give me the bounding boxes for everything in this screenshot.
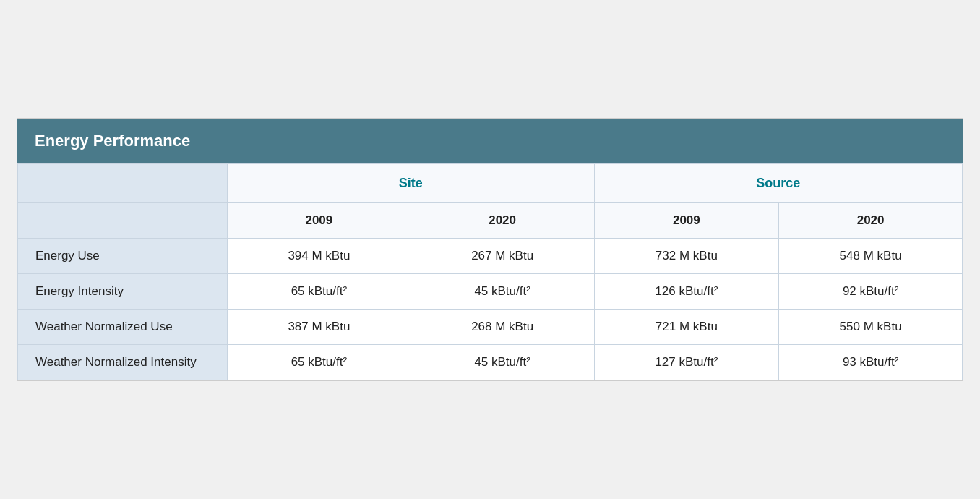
table-title: Energy Performance <box>35 132 190 150</box>
empty-year-corner <box>18 203 228 239</box>
row-1-cell-1: 45 kBtu/ft² <box>411 274 594 310</box>
row-2-cell-2: 721 M kBtu <box>594 310 779 345</box>
row-3-cell-0: 65 kBtu/ft² <box>228 345 411 380</box>
row-2-cell-1: 268 M kBtu <box>411 310 594 345</box>
source-group-header: Source <box>594 164 963 203</box>
source-year1-header: 2009 <box>594 203 779 239</box>
energy-performance-table: Energy Performance Site Source 2009 2020… <box>17 118 963 381</box>
row-0-cell-2: 732 M kBtu <box>594 239 779 274</box>
row-label-1: Energy Intensity <box>18 274 228 310</box>
row-0-cell-1: 267 M kBtu <box>411 239 594 274</box>
row-1-cell-3: 92 kBtu/ft² <box>779 274 963 310</box>
data-table: Site Source 2009 2020 2009 2020 Energy U… <box>17 163 963 380</box>
row-1-cell-0: 65 kBtu/ft² <box>228 274 411 310</box>
site-year2-header: 2020 <box>411 203 594 239</box>
row-label-0: Energy Use <box>18 239 228 274</box>
row-label-3: Weather Normalized Intensity <box>18 345 228 380</box>
row-2-cell-3: 550 M kBtu <box>779 310 963 345</box>
source-year2-header: 2020 <box>779 203 963 239</box>
row-1-cell-2: 126 kBtu/ft² <box>594 274 779 310</box>
site-year1-header: 2009 <box>228 203 411 239</box>
row-0-cell-0: 394 M kBtu <box>228 239 411 274</box>
row-0-cell-3: 548 M kBtu <box>779 239 963 274</box>
row-3-cell-2: 127 kBtu/ft² <box>594 345 779 380</box>
row-3-cell-1: 45 kBtu/ft² <box>411 345 594 380</box>
row-3-cell-3: 93 kBtu/ft² <box>779 345 963 380</box>
row-2-cell-0: 387 M kBtu <box>228 310 411 345</box>
row-label-2: Weather Normalized Use <box>18 310 228 345</box>
empty-corner <box>18 164 228 203</box>
site-group-header: Site <box>228 164 595 203</box>
table-header: Energy Performance <box>17 119 963 163</box>
